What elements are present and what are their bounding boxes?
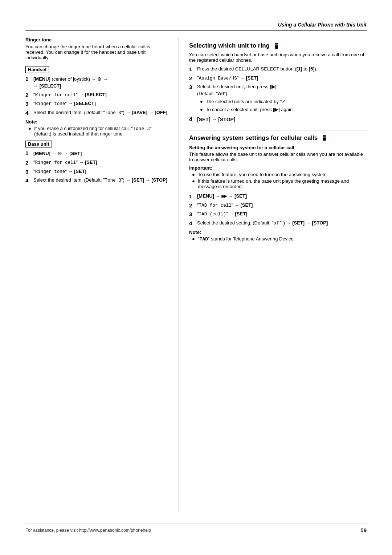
answering-note-title: Note: xyxy=(189,230,367,235)
important-item-2: ● If this feature is turned on, the base… xyxy=(189,178,367,189)
right-column: Selecting which unit to ring 📱 You can s… xyxy=(179,37,367,512)
select-unit-description: You can select which handset or base uni… xyxy=(189,52,367,63)
select-step-3-note-2: ● To cancel a selected unit, press [▶] a… xyxy=(197,106,367,113)
page-number: 59 xyxy=(360,527,367,533)
important-item-1: ● To use this feature, you need to turn … xyxy=(189,172,367,177)
base-step-2: 2 "Ringer for cell" → [SET] xyxy=(25,159,168,166)
answering-step-1: 1 [MENU] → ▣▶ → [SET] xyxy=(189,193,367,200)
answering-cellular-icon: 📱 xyxy=(321,135,328,141)
handset-step-1: 1 [MENU] (center of joystick) → ⊛ → → [S… xyxy=(25,75,168,90)
answering-subtitle-description: This feature allows the base unit to ans… xyxy=(189,151,367,162)
handset-step-3: 3 "Ringer tone" → [SELECT] xyxy=(25,100,168,108)
answering-step-4: 4 Select the desired setting. (Default: … xyxy=(189,220,367,227)
page-header: Using a Cellular Phone with this Unit xyxy=(25,22,367,31)
ringer-tone-description: You can change the ringer tone heard whe… xyxy=(25,44,168,60)
page-title: Using a Cellular Phone with this Unit xyxy=(278,22,367,28)
ringer-tone-title: Ringer tone xyxy=(25,37,168,42)
answering-step-3: 3 "TAD (cell)" → [SET] xyxy=(189,211,367,218)
base-step-4: 4 Select the desired item. (Default: "To… xyxy=(25,177,168,184)
select-step-3: 3 Select the desired unit, then press [▶… xyxy=(189,84,367,114)
base-step-1: 1 [MENU] → ⊛ → [SET] xyxy=(25,150,168,157)
handset-step-4: 4 Select the desired item. (Default: "To… xyxy=(25,109,168,117)
answering-section-divider xyxy=(189,130,367,130)
two-col-layout: Ringer tone You can change the ringer to… xyxy=(25,37,367,512)
select-unit-section: Selecting which unit to ring 📱 You can s… xyxy=(189,38,367,123)
answering-section: Answering system settings for cellular c… xyxy=(189,130,367,242)
handset-label: Handset xyxy=(25,66,49,73)
footer-text: For assistance, please visit http://www.… xyxy=(25,528,151,533)
answering-section-heading: Answering system settings for cellular c… xyxy=(189,134,367,142)
answering-subtitle-title: Setting the answering system for a cellu… xyxy=(189,145,367,150)
base-unit-label: Base unit xyxy=(25,141,52,147)
page-footer: For assistance, please visit http://www.… xyxy=(25,523,367,533)
handset-note-item-1: ● If you erase a customized ring for cel… xyxy=(25,126,168,137)
select-step-2: 2 "Assign Base/HS" → [SET] xyxy=(189,75,367,82)
answering-note-item-1: ● "TAD" stands for Telephone Answering D… xyxy=(189,236,367,242)
handset-step-2: 2 "Ringer for cell" → [SELECT] xyxy=(25,92,168,99)
answering-step-2: 2 "TAD for cell" → [SET] xyxy=(189,202,367,209)
page: Using a Cellular Phone with this Unit Ri… xyxy=(0,0,392,555)
select-step-1: 1 Press the desired CELLULAR SELECT butt… xyxy=(189,66,367,73)
left-column: Ringer tone You can change the ringer to… xyxy=(25,37,179,512)
select-unit-heading: Selecting which unit to ring 📱 xyxy=(189,42,367,50)
ringer-tone-section: Ringer tone You can change the ringer to… xyxy=(25,37,168,184)
select-step-3-note-1: ● The selected units are indicated by "✓… xyxy=(197,98,367,105)
select-step-4: 4 [SET] → [STOP] xyxy=(189,116,367,123)
cellular-icon: 📱 xyxy=(273,42,280,49)
base-step-3: 3 "Ringer tone" → [SET] xyxy=(25,168,168,175)
section-divider-top xyxy=(189,38,367,38)
important-title: Important: xyxy=(189,165,367,171)
handset-note-title: Note: xyxy=(25,119,168,125)
